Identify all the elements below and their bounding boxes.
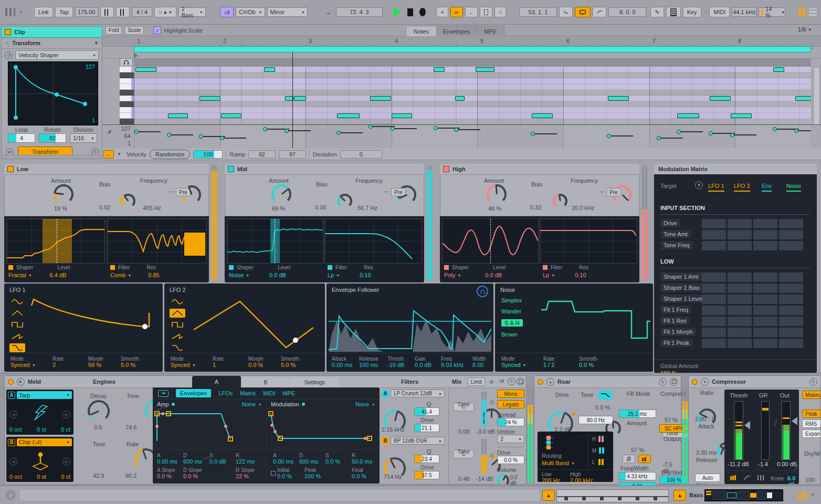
roar-collapse-icon[interactable]: ▲ (546, 378, 554, 386)
matrix-cell[interactable] (702, 328, 726, 337)
beat-ruler[interactable]: 1 2 3 4 5 6 7 8 (102, 36, 821, 47)
piano-key[interactable] (120, 119, 134, 124)
band-enable-checkbox[interactable] (7, 166, 14, 172)
noise-type-simplex[interactable]: Simplex (501, 297, 523, 303)
subtab-matrix[interactable]: Matrix (240, 390, 256, 396)
filter-b-level-handle[interactable] (489, 453, 493, 459)
tab-notes[interactable]: Notes (406, 26, 437, 36)
filter-b-q-field[interactable]: 23.4 (414, 455, 439, 463)
mod-peak-value[interactable]: 100 % (304, 473, 321, 479)
loop-switch-icon[interactable] (575, 7, 591, 17)
matrix-row-label[interactable]: Shaper 1 Level (660, 295, 706, 303)
matrix-cell[interactable] (753, 317, 777, 326)
roar-hot-swap-icon[interactable]: ↻ (659, 378, 667, 386)
options-icon[interactable] (4, 7, 16, 17)
loop-start-field[interactable]: 53. 1. 1 (519, 7, 557, 17)
highlight-scale-checkbox[interactable]: ✓ (153, 26, 161, 34)
clip-header[interactable]: Clip (2, 27, 102, 38)
division-select[interactable]: 1/16 (70, 133, 97, 143)
filter-b-type-select[interactable]: BP 12dB OSR (391, 437, 445, 445)
engine-b-oct[interactable]: 0 oct (9, 474, 22, 480)
band-enable-checkbox[interactable] (228, 166, 234, 172)
xover-low-value[interactable]: 200 Hz (542, 477, 560, 484)
velocity-shaper-graph[interactable]: 127 1 (8, 61, 98, 125)
matrix-cell[interactable] (702, 241, 726, 250)
engine-a-prev-icon[interactable]: ◀ (9, 411, 17, 418)
matrix-cell[interactable] (753, 284, 777, 293)
matrix-cell[interactable] (702, 230, 726, 239)
env-attack-value[interactable]: 0.00 ms (332, 362, 352, 368)
fb-freq-field[interactable]: 4.33 kHz (618, 472, 656, 480)
unison-select[interactable]: 2 (497, 435, 524, 443)
amount-knob[interactable] (271, 184, 291, 204)
lfo-smooth-value[interactable]: 5.0 % (121, 362, 135, 368)
piano-key[interactable] (120, 90, 134, 96)
record-button[interactable] (419, 8, 426, 16)
roar-title[interactable]: Roar (557, 379, 571, 385)
piano-key[interactable] (120, 72, 134, 78)
amp-aslope-value[interactable]: 0.0 % (157, 473, 172, 479)
tap-tempo-button[interactable]: Tap (55, 7, 73, 17)
roar-save-icon[interactable] (670, 378, 678, 386)
time-signature-field[interactable]: 4 / 4 (132, 7, 152, 17)
env-width-value[interactable]: 8.00 (472, 362, 483, 368)
makeup-button[interactable]: Makeup (802, 391, 821, 399)
loop-count-field[interactable]: 4 (8, 133, 35, 143)
xover-high-value[interactable]: 2.00 kHz (570, 477, 593, 484)
engine-a-st[interactable]: 0 st (37, 426, 46, 433)
lfo-ramp-up-icon[interactable] (9, 332, 25, 341)
lfo-rate-value[interactable]: 1 (213, 362, 216, 368)
quantize-select[interactable]: 2 Bars (178, 7, 206, 17)
midi-note[interactable] (294, 96, 306, 101)
activity-view-icon[interactable] (728, 474, 739, 481)
amp-dslope-value[interactable]: 0.0 % (183, 473, 198, 479)
shaper-enable-checkbox[interactable] (444, 265, 449, 270)
fb-phase-button[interactable]: Ø (623, 455, 635, 463)
clip-color-swatch[interactable] (5, 29, 11, 35)
lfo2-waveform[interactable] (188, 294, 321, 352)
randomize-amount-field[interactable]: 100 (193, 150, 223, 159)
mod-r-value[interactable]: 50.0 ms (352, 458, 372, 465)
rms-button[interactable]: RMS (802, 419, 821, 428)
matrix-cell[interactable] (702, 295, 726, 304)
matrix-col-env[interactable]: Env (762, 183, 772, 192)
loop-brace[interactable] (134, 46, 811, 52)
capture-midi-icon[interactable]: ○ (494, 7, 507, 17)
matrix-cell[interactable] (779, 241, 803, 250)
midi-note[interactable] (731, 113, 752, 118)
out-handle[interactable] (792, 417, 797, 425)
amp-env-graph[interactable] (153, 410, 266, 443)
fold-button[interactable]: Fold (106, 26, 122, 35)
track-name-label[interactable]: Bass (689, 492, 703, 498)
metronome-button[interactable]: ○●▼ (154, 7, 176, 17)
preview-headphone-button[interactable] (120, 58, 133, 66)
lfo-ramp-down-icon[interactable] (170, 343, 185, 352)
matrix-cell[interactable] (702, 339, 726, 348)
filter-type-select[interactable]: Comb (110, 272, 125, 278)
matrix-cell[interactable] (753, 219, 777, 228)
matrix-cell[interactable] (728, 230, 752, 239)
thresh-handle[interactable] (744, 421, 750, 429)
randomize-button[interactable]: Randomize (150, 150, 191, 159)
meld-expand-icon[interactable]: ▶ (17, 378, 25, 386)
filter-enable-checkbox[interactable] (328, 265, 332, 270)
matrix-cell[interactable] (779, 219, 803, 228)
fb-character-button[interactable] (638, 455, 651, 463)
meld-save-icon[interactable] (517, 377, 524, 385)
note-row[interactable] (134, 72, 811, 78)
ramp-from-field[interactable]: 92 (248, 150, 276, 159)
punch-out-icon[interactable] (593, 7, 606, 17)
meld-drive-field[interactable]: 0.0 % (497, 456, 524, 464)
lfo-triangle-icon[interactable] (170, 309, 185, 318)
clip-start-marker-icon[interactable] (134, 53, 138, 58)
midi-note[interactable] (532, 113, 553, 118)
cpu-meter[interactable]: 14 %▼ (759, 7, 785, 17)
filter-b-drive-field[interactable]: 37.5 (414, 471, 439, 479)
lfo-morph-value[interactable]: 59 % (88, 362, 101, 368)
matrix-cell[interactable] (779, 317, 803, 326)
punch-in-icon[interactable] (559, 7, 573, 17)
lfo-square-icon[interactable] (170, 320, 185, 329)
matrix-clear-icon[interactable]: ✕ (695, 181, 703, 189)
lfo-rate-value[interactable]: 2 (52, 362, 56, 368)
link-button[interactable]: Link (34, 7, 53, 17)
